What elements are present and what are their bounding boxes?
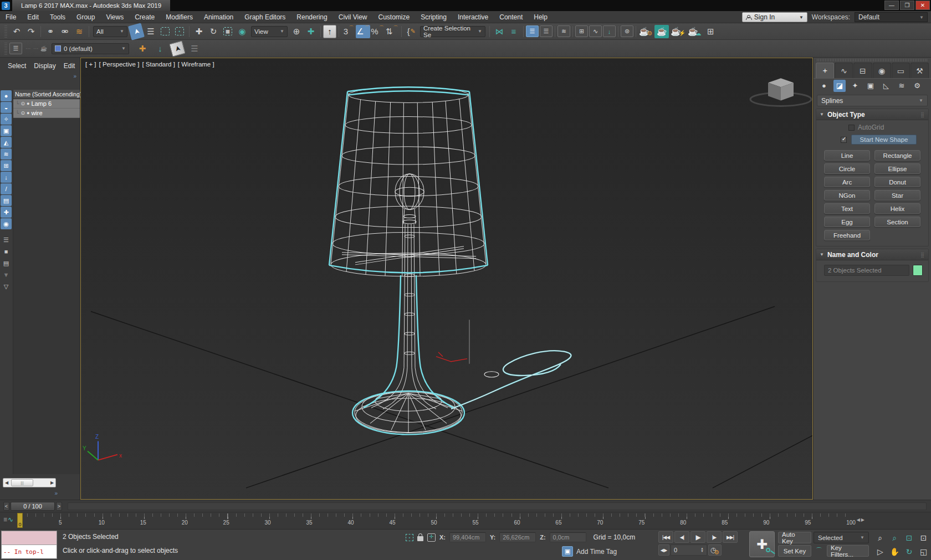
- menu-edit[interactable]: Edit: [22, 11, 44, 23]
- display-space-warps-icon[interactable]: ≋: [1, 148, 12, 160]
- display-containers-icon[interactable]: ↓: [1, 172, 12, 183]
- redo-icon[interactable]: ↷: [24, 25, 38, 38]
- panel-drag-handle[interactable]: [817, 59, 928, 61]
- arc-button[interactable]: Arc: [824, 177, 870, 187]
- maxscript-mini-listener[interactable]: -- In top-l: [1, 531, 57, 559]
- viewport-canvas[interactable]: Z x Y: [81, 58, 812, 499]
- material-editor-icon[interactable]: ⊛: [621, 25, 633, 37]
- mirror-icon[interactable]: ⋈: [492, 25, 507, 38]
- keyboard-override-icon[interactable]: ↑: [323, 25, 336, 38]
- angle-snap-icon[interactable]: ∠: [356, 25, 370, 38]
- play-button[interactable]: ▶: [690, 531, 705, 543]
- toolbar-drag-handle[interactable]: [4, 25, 7, 38]
- mini-curve-editor-icon[interactable]: ≡∿: [3, 516, 13, 523]
- select-and-manipulate-icon[interactable]: ✚: [304, 25, 318, 38]
- tab-display[interactable]: ▭: [892, 63, 910, 78]
- use-center-icon[interactable]: ⊕: [289, 25, 304, 38]
- add-selection-to-current-layer-icon[interactable]: ↓: [153, 42, 167, 55]
- auto-key-button[interactable]: Auto Key: [778, 532, 811, 543]
- menu-create[interactable]: Create: [129, 11, 160, 23]
- display-cameras-icon[interactable]: ▣: [1, 125, 12, 136]
- key-mode-dropdown[interactable]: Selected▼: [814, 532, 869, 543]
- menu-animation[interactable]: Animation: [198, 11, 239, 23]
- start-new-shape-button[interactable]: Start New Shape: [851, 135, 917, 145]
- display-hidden-icon[interactable]: ✚: [1, 207, 12, 218]
- ellipse-button[interactable]: Ellipse: [874, 163, 920, 174]
- scroll-left-arrow-icon[interactable]: ◀: [3, 480, 10, 485]
- autogrid-checkbox[interactable]: [848, 125, 855, 131]
- explorer-menu-edit[interactable]: Edit: [60, 61, 79, 71]
- curve-editor-icon[interactable]: ∿: [589, 25, 602, 37]
- zoom-region-icon[interactable]: ▷: [873, 545, 887, 558]
- create-new-layer-icon[interactable]: ✚: [135, 42, 150, 55]
- layer-explorer-icon[interactable]: ☰: [9, 43, 22, 54]
- menu-content[interactable]: Content: [494, 11, 528, 23]
- tab-utilities[interactable]: ⚒: [910, 63, 929, 78]
- time-slider-track[interactable]: [68, 502, 927, 510]
- current-frame-field[interactable]: 0 ▲▼: [671, 544, 707, 556]
- explorer-overflow-chevron-2[interactable]: »: [54, 490, 58, 496]
- tab-hierarchy[interactable]: ⊟: [853, 63, 872, 78]
- named-selection-set-dropdown[interactable]: Create Selection Se▼: [420, 26, 485, 37]
- rectangle-button[interactable]: Rectangle: [874, 150, 920, 161]
- menu-group[interactable]: Group: [71, 11, 100, 23]
- next-frame-button[interactable]: |▶: [707, 531, 722, 543]
- percent-snap-icon[interactable]: %: [370, 25, 385, 38]
- menu-scripting[interactable]: Scripting: [415, 11, 452, 23]
- explorer-name-column-header[interactable]: Name (Sorted Ascending): [13, 90, 80, 99]
- display-lights-icon[interactable]: ✧: [1, 114, 12, 125]
- reference-coordinate-dropdown[interactable]: View▼: [251, 26, 288, 37]
- render-in-cloud-icon[interactable]: ☕: [687, 25, 702, 38]
- close-button[interactable]: ✕: [915, 1, 930, 10]
- object-name-field[interactable]: 2 Objects Selected: [824, 265, 909, 276]
- key-filters-button[interactable]: Key Filters...: [827, 545, 869, 557]
- select-by-name-icon[interactable]: ☰: [144, 25, 158, 38]
- previous-frame-arrow[interactable]: <: [3, 502, 9, 511]
- default-in-out-tangents-icon[interactable]: ⌒: [814, 545, 825, 557]
- object-type-rollout-header[interactable]: ▼ Object Type ⣿: [816, 109, 928, 120]
- star-button[interactable]: Star: [874, 190, 920, 201]
- donut-button[interactable]: Donut: [874, 177, 920, 187]
- spline-category-dropdown[interactable]: Splines▼: [817, 95, 928, 106]
- explorer-overflow-chevron[interactable]: »: [73, 73, 76, 79]
- category-space-warps-icon[interactable]: ≋: [896, 80, 908, 92]
- menu-tools[interactable]: Tools: [44, 11, 71, 23]
- set-keys-button[interactable]: ✚: [749, 531, 775, 557]
- zoom-extents-selected-icon[interactable]: ⊡: [902, 531, 916, 544]
- selection-region-mini-icon[interactable]: ▪: [406, 534, 413, 541]
- view-cube[interactable]: [750, 78, 811, 106]
- viewport-menu-general[interactable]: [ + ]: [85, 61, 96, 68]
- undo-icon[interactable]: ↶: [9, 25, 24, 38]
- tab-create[interactable]: ＋: [816, 63, 834, 78]
- schematic-view-icon[interactable]: ⊞: [575, 25, 588, 37]
- circle-button[interactable]: Circle: [824, 163, 870, 174]
- select-and-scale-icon[interactable]: ◼: [223, 27, 232, 35]
- workspace-dropdown[interactable]: Default ▼: [855, 12, 928, 22]
- toolbar-drag-handle[interactable]: [4, 43, 7, 55]
- menu-help[interactable]: Help: [528, 11, 553, 23]
- display-bones-icon[interactable]: /: [1, 183, 12, 194]
- selection-lock-icon[interactable]: [417, 536, 423, 541]
- minimize-button[interactable]: —: [884, 1, 899, 10]
- key-mode-toggle-icon[interactable]: ◀▶: [658, 544, 669, 556]
- explorer-menu-display[interactable]: Display: [30, 61, 59, 71]
- display-helpers-icon[interactable]: ◭: [1, 137, 12, 148]
- x-coordinate-field[interactable]: 99,404cm: [449, 532, 486, 542]
- unlink-selection-icon[interactable]: ⚮: [58, 25, 72, 38]
- category-helpers-icon[interactable]: ◺: [880, 80, 892, 92]
- restore-button[interactable]: ❐: [900, 1, 914, 10]
- snaps-toggle-icon[interactable]: 3: [341, 25, 356, 38]
- next-frame-arrow[interactable]: >: [56, 502, 62, 511]
- helix-button[interactable]: Helix: [874, 203, 920, 214]
- category-shapes-icon[interactable]: ◪: [833, 80, 846, 92]
- bind-to-space-warp-icon[interactable]: ≋: [72, 25, 86, 38]
- add-time-tag-label[interactable]: Add Time Tag: [576, 548, 617, 556]
- toggle-layer-explorer-icon[interactable]: ☰: [540, 25, 553, 37]
- set-key-button[interactable]: Set Key: [778, 545, 811, 557]
- viewport-menu-pov[interactable]: [ Perspective ]: [99, 61, 140, 68]
- perspective-viewport[interactable]: [ + ][ Perspective ][ Standard ][ Wirefr…: [80, 58, 813, 500]
- named-selection-sets-icon[interactable]: {: [404, 25, 418, 38]
- spinner-snap-icon[interactable]: ⇅: [385, 25, 399, 38]
- display-geometry-icon[interactable]: ●: [1, 90, 12, 101]
- tab-motion[interactable]: ◉: [873, 63, 891, 78]
